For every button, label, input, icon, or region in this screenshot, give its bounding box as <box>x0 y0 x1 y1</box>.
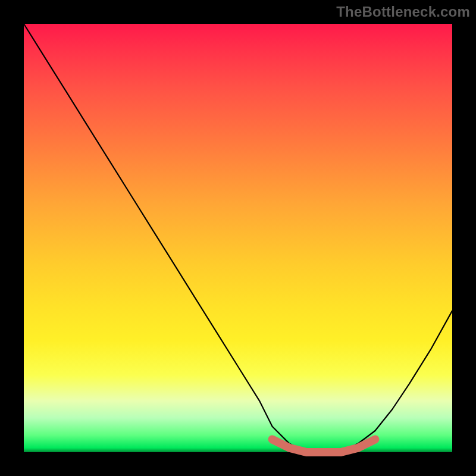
chart-frame: TheBottleneck.com <box>0 0 476 476</box>
plot-area <box>24 24 452 452</box>
chart-svg <box>24 24 452 452</box>
curve-line <box>24 24 452 452</box>
watermark-label: TheBottleneck.com <box>336 4 470 20</box>
